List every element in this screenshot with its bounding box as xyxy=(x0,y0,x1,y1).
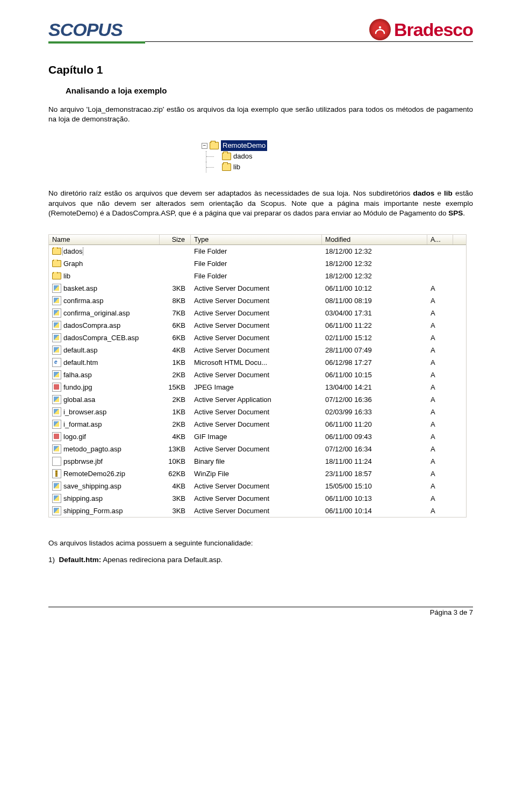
intro-paragraph-1: No arquivo 'Loja_demonstracao.zip' estão… xyxy=(48,105,473,124)
table-row[interactable]: default.htm1KBMicrosoft HTML Docu...06/1… xyxy=(49,356,466,369)
file-modified: 18/12/00 12:32 xyxy=(322,260,427,268)
intro-paragraph-2: No diretório raíz estão os arquivos que … xyxy=(48,189,473,218)
scopus-logo-underline xyxy=(48,41,145,44)
file-name: i_format.asp xyxy=(63,420,102,428)
file-name: pspbrwse.jbf xyxy=(63,457,103,465)
file-attr: A xyxy=(427,433,453,441)
col-size[interactable]: Size xyxy=(160,235,191,245)
table-row[interactable]: RemoteDemo26.zip62KBWinZip File23/11/00 … xyxy=(49,468,466,480)
file-modified: 06/11/00 10:15 xyxy=(322,371,427,379)
file-list-table: Name Size Type Modified A... dadosFile F… xyxy=(48,234,467,518)
asp-icon xyxy=(52,482,61,491)
col-type[interactable]: Type xyxy=(191,235,322,245)
table-row[interactable]: pspbrwse.jbf10KBBinary file18/11/00 11:2… xyxy=(49,455,466,468)
asp-icon xyxy=(52,333,61,342)
table-row[interactable]: i_format.asp2KBActive Server Document06/… xyxy=(49,418,466,430)
file-size: 2KB xyxy=(160,420,191,428)
table-row[interactable]: global.asa2KBActive Server Application07… xyxy=(49,393,466,406)
file-size: 3KB xyxy=(160,494,191,502)
file-name: shipping_Form.asp xyxy=(63,507,123,515)
file-attr: A xyxy=(427,494,453,502)
file-modified: 03/04/00 17:31 xyxy=(322,309,427,317)
file-modified: 23/11/00 18:57 xyxy=(322,470,427,478)
functionality-intro: Os arquivos listados acima possuem a seg… xyxy=(48,539,473,547)
file-name: save_shipping.asp xyxy=(63,482,121,490)
file-size: 4KB xyxy=(160,482,191,490)
table-row[interactable]: logo.gif4KBGIF Image06/11/00 09:43A xyxy=(49,430,466,443)
file-name: default.htm xyxy=(63,358,98,367)
file-modified: 06/11/00 10:14 xyxy=(322,507,427,515)
table-row[interactable]: dadosCompra.asp6KBActive Server Document… xyxy=(49,319,466,332)
table-row[interactable]: shipping.asp3KBActive Server Document06/… xyxy=(49,492,466,505)
file-attr: A xyxy=(427,457,453,465)
file-modified: 06/11/00 11:22 xyxy=(322,321,427,329)
col-attributes[interactable]: A... xyxy=(427,235,453,245)
page-number: Página 3 de 7 xyxy=(48,607,473,616)
file-name: logo.gif xyxy=(63,433,86,441)
p2-text: e xyxy=(434,189,444,197)
file-attr: A xyxy=(427,507,453,515)
file-modified: 28/11/00 07:49 xyxy=(322,346,427,354)
file-modified: 07/12/00 16:36 xyxy=(322,396,427,404)
col-name[interactable]: Name xyxy=(49,235,160,245)
asp-icon xyxy=(52,284,61,293)
file-type: Active Server Document xyxy=(191,297,322,305)
table-row[interactable]: confirma.asp8KBActive Server Document08/… xyxy=(49,294,466,307)
list-bold: Default.htm: xyxy=(59,556,102,564)
bradesco-logo-text: Bradesco xyxy=(394,19,473,40)
scopus-logo: SCOPUS xyxy=(48,19,123,40)
table-row[interactable]: dadosFile Folder18/12/00 12:32 xyxy=(49,245,466,257)
p2-bold: SPS xyxy=(448,209,463,217)
file-type: Active Server Document xyxy=(191,494,322,502)
table-row[interactable]: default.asp4KBActive Server Document28/1… xyxy=(49,344,466,356)
file-type: Active Server Document xyxy=(191,482,322,490)
tree-line-icon xyxy=(206,151,220,162)
file-size: 6KB xyxy=(160,334,191,342)
asp-icon xyxy=(52,296,61,305)
file-attr: A xyxy=(427,371,453,379)
table-row[interactable]: fundo.jpg15KBJPEG Image13/04/00 14:21A xyxy=(49,381,466,393)
file-type: File Folder xyxy=(191,260,322,268)
table-row[interactable]: metodo_pagto.asp13KBActive Server Docume… xyxy=(49,443,466,455)
folder-icon xyxy=(222,163,231,171)
asp-icon xyxy=(52,444,61,454)
folder-icon xyxy=(52,272,61,279)
table-row[interactable]: falha.asp2KBActive Server Document06/11/… xyxy=(49,369,466,381)
p2-text: No diretório raíz estão os arquivos que … xyxy=(48,189,413,197)
table-row[interactable]: libFile Folder18/12/00 12:32 xyxy=(49,270,466,282)
table-row[interactable]: confirma_original.asp7KBActive Server Do… xyxy=(49,307,466,319)
table-row[interactable]: i_browser.asp1KBActive Server Document02… xyxy=(49,406,466,418)
file-modified: 18/12/00 12:32 xyxy=(322,247,427,255)
file-type: Active Server Document xyxy=(191,309,322,317)
file-size: 1KB xyxy=(160,358,191,367)
file-attr: A xyxy=(427,321,453,329)
file-name: RemoteDemo26.zip xyxy=(63,470,125,478)
asp-icon xyxy=(52,346,61,355)
tree-child-label: lib xyxy=(233,162,240,173)
folder-icon xyxy=(52,260,61,267)
table-row[interactable]: shipping_Form.asp3KBActive Server Docume… xyxy=(49,505,466,517)
table-row[interactable]: save_shipping.asp4KBActive Server Docume… xyxy=(49,480,466,492)
file-type: File Folder xyxy=(191,272,322,280)
file-attr: A xyxy=(427,383,453,391)
asp-icon xyxy=(52,321,61,330)
htm-icon xyxy=(52,358,61,367)
file-name: dadosCompra_CEB.asp xyxy=(63,334,139,342)
file-name: lib xyxy=(63,272,70,280)
file-type: Active Server Document xyxy=(191,507,322,515)
table-row[interactable]: dadosCompra_CEB.asp6KBActive Server Docu… xyxy=(49,332,466,344)
file-name: Graph xyxy=(63,260,83,268)
file-attr: A xyxy=(427,470,453,478)
file-name: global.asa xyxy=(63,396,95,404)
file-size: 10KB xyxy=(160,457,191,465)
file-size: 8KB xyxy=(160,297,191,305)
col-modified[interactable]: Modified xyxy=(322,235,427,245)
file-attr: A xyxy=(427,358,453,367)
table-row[interactable]: basket.asp3KBActive Server Document06/11… xyxy=(49,282,466,294)
file-size: 13KB xyxy=(160,445,191,453)
file-name: dados xyxy=(63,247,82,255)
file-type: Binary file xyxy=(191,457,322,465)
img-icon xyxy=(52,383,61,392)
file-type: Active Server Document xyxy=(191,445,322,453)
table-row[interactable]: GraphFile Folder18/12/00 12:32 xyxy=(49,257,466,270)
